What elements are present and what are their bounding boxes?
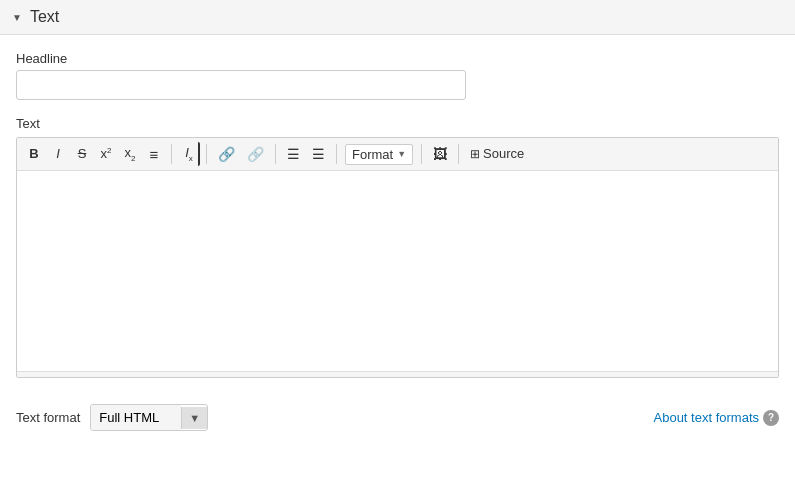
numbered-list-button[interactable]: ☰ [307, 143, 330, 166]
headline-input[interactable] [16, 70, 466, 100]
source-icon: ⊞ [470, 147, 480, 161]
section-header[interactable]: ▼ Text [0, 0, 795, 35]
format-select-arrow-icon[interactable]: ▼ [181, 407, 207, 429]
editor-toolbar: B I S x2 x2 ≡ Ix 🔗 🔗 ☰ ☰ [17, 138, 778, 171]
bullet-list-button[interactable]: ☰ [282, 143, 305, 166]
editor-resize-handle[interactable] [17, 371, 778, 377]
subscript-button[interactable]: x2 [119, 142, 141, 166]
headline-field-group: Headline [16, 51, 779, 100]
toolbar-divider-1 [171, 144, 172, 164]
editor-body[interactable] [17, 171, 778, 371]
superscript-button[interactable]: x2 [95, 143, 117, 165]
toolbar-divider-3 [275, 144, 276, 164]
format-select-wrapper[interactable]: Full HTML Basic HTML Plain text ▼ [90, 404, 208, 431]
format-dropdown[interactable]: Format ▼ [345, 144, 413, 165]
collapse-triangle-icon[interactable]: ▼ [12, 12, 22, 23]
link-button[interactable]: 🔗 [213, 143, 240, 166]
section-title: Text [30, 8, 59, 26]
about-text-formats-link[interactable]: About text formats ? [654, 410, 780, 426]
source-label: Source [483, 146, 524, 162]
bold-button[interactable]: B [23, 143, 45, 165]
remove-format-button[interactable]: Ix [178, 142, 200, 166]
strikethrough-button[interactable]: S [71, 143, 93, 165]
toolbar-divider-6 [458, 144, 459, 164]
bottom-bar: Text format Full HTML Basic HTML Plain t… [0, 394, 795, 441]
format-dropdown-arrow-icon: ▼ [397, 149, 406, 159]
format-dropdown-label: Format [352, 147, 393, 162]
source-button[interactable]: ⊞ Source [465, 143, 529, 165]
text-format-group: Text format Full HTML Basic HTML Plain t… [16, 404, 208, 431]
about-text-formats-label: About text formats [654, 410, 760, 425]
toolbar-divider-2 [206, 144, 207, 164]
toolbar-divider-5 [421, 144, 422, 164]
editor-wrapper: B I S x2 x2 ≡ Ix 🔗 🔗 ☰ ☰ [16, 137, 779, 378]
page-container: ▼ Text Headline Text B I S x2 x2 ≡ [0, 0, 795, 504]
help-icon: ? [763, 410, 779, 426]
text-label: Text [16, 116, 779, 131]
main-content: Headline Text B I S x2 x2 ≡ Ix 🔗 [0, 35, 795, 378]
blockquote-button[interactable]: ≡ [143, 144, 165, 165]
format-select[interactable]: Full HTML Basic HTML Plain text [91, 405, 181, 430]
image-button[interactable]: 🖼 [428, 143, 452, 166]
text-field-group: Text B I S x2 x2 ≡ Ix 🔗 🔗 ☰ [16, 116, 779, 378]
text-format-label: Text format [16, 410, 80, 425]
toolbar-divider-4 [336, 144, 337, 164]
italic-button[interactable]: I [47, 143, 69, 165]
headline-label: Headline [16, 51, 779, 66]
unlink-button[interactable]: 🔗 [242, 143, 269, 166]
